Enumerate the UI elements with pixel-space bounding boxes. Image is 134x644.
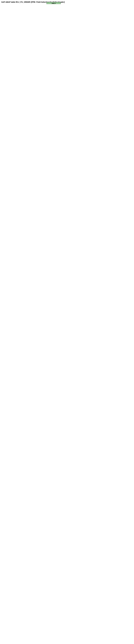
page-title: SAP ABAP table RCJ_PS_ORDER {PPB: Field … [0,0,134,4]
target-table: ANLAMANDT [CLNT (3)]BUKRS [CHAR (4)]ANLN… [46,2,61,4]
target-table-header: ANLA [47,2,61,4]
